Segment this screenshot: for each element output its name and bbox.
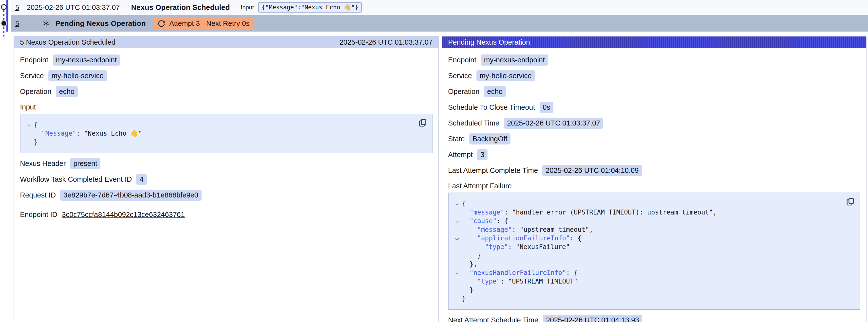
field-value-badge: my-nexus-endpoint <box>481 55 548 66</box>
event-row-nexus-operation-scheduled[interactable]: 5 2025-02-26 UTC 01:03:37.07 Nexus Opera… <box>11 0 868 15</box>
collapse-chevron-icon[interactable] <box>452 271 462 275</box>
field-workflow-task-completed-event-id: Workflow Task Completed Event ID4 <box>20 174 433 185</box>
code-line-content: "type": "UPSTREAM_TIMEOUT" <box>462 277 578 286</box>
field-value-badge: 4 <box>136 174 147 185</box>
field-label: Input <box>20 103 433 111</box>
field-value-badge: 3e829b7e-7d67-4b08-aad3-b1e868bfe9e0 <box>60 190 202 201</box>
event-title: Pending Nexus Operation <box>55 19 146 28</box>
panel-title: 5 Nexus Operation Scheduled <box>20 38 116 46</box>
workflow-history-view: 5 2025-02-26 UTC 01:03:37.07 Nexus Opera… <box>0 0 868 322</box>
field-endpoint-id: Endpoint ID3c0c75ccfa8144b092c13ce632463… <box>20 209 433 220</box>
code-line: { <box>24 121 415 129</box>
field-operation: Operationecho <box>20 86 433 97</box>
json-key: "message" <box>469 208 504 216</box>
field-label: State <box>448 135 465 143</box>
scheduled-panel-fields: Endpointmy-nexus-endpointServicemy-hello… <box>14 48 438 226</box>
copy-button[interactable] <box>846 197 855 207</box>
code-line: "type": "NexusFailure" <box>452 243 842 251</box>
field-value-badge: my-hello-service <box>49 70 107 82</box>
event-id-link[interactable]: 5 <box>15 20 19 28</box>
scheduled-panel-header: 5 Nexus Operation Scheduled 2025-02-26 U… <box>14 36 438 48</box>
json-text: }, <box>469 260 477 268</box>
field-label: Schedule To Close Timeout <box>448 103 535 111</box>
collapse-chevron-icon[interactable] <box>452 219 462 223</box>
code-line-content: "nexusHandlerFailureInfo": { <box>462 268 578 277</box>
json-key: "type" <box>485 243 508 251</box>
event-title: Nexus Operation Scheduled <box>131 3 230 11</box>
json-text: } <box>34 138 38 146</box>
code-line-content: "Message": "Nexus Echo 👋" <box>34 129 142 138</box>
field-value-badge: 3 <box>477 149 488 160</box>
json-text: : { <box>570 234 582 242</box>
collapse-chevron-icon[interactable] <box>24 123 34 127</box>
json-code-block: {"Message": "Nexus Echo 👋"} <box>20 114 433 153</box>
copy-button[interactable] <box>418 119 427 128</box>
retry-icon <box>158 20 165 27</box>
field-nexus-header: Nexus Headerpresent <box>20 158 433 169</box>
json-text: } <box>462 295 466 302</box>
field-state: StateBackingOff <box>448 133 860 144</box>
timeline-open-marker-icon <box>1 4 7 10</box>
code-line-content: "message": "upstream timeout", <box>462 225 593 234</box>
json-key: "nexusHandlerFailureInfo" <box>469 269 566 277</box>
event-timestamp: 2025-02-26 UTC 01:03:37.07 <box>27 3 120 11</box>
field-attempt: Attempt3 <box>448 149 860 160</box>
field-label: Operation <box>20 88 51 96</box>
code-line-content: } <box>462 294 466 303</box>
collapse-chevron-icon[interactable] <box>452 202 462 206</box>
code-line: "applicationFailureInfo": { <box>452 234 842 243</box>
field-schedule-to-close-timeout: Schedule To Close Timeout0s <box>448 102 860 113</box>
code-line-content: } <box>462 286 473 294</box>
json-text: : { <box>566 269 578 277</box>
code-line: "nexusHandlerFailureInfo": { <box>452 268 842 277</box>
code-line: "message": "handler error (UPSTREAM_TIME… <box>452 208 842 217</box>
field-value-badge: BackingOff <box>469 133 510 144</box>
field-value-badge: my-nexus-endpoint <box>53 55 120 66</box>
code-line-content: "applicationFailureInfo": { <box>462 234 582 243</box>
event-id-link[interactable]: 5 <box>15 3 19 11</box>
field-label: Last Attempt Failure <box>448 182 860 190</box>
pending-asterisk-icon <box>42 19 50 28</box>
endpoint-id-link[interactable]: 3c0c75ccfa8144b092c13ce632463761 <box>62 211 185 219</box>
field-service: Servicemy-hello-service <box>448 70 860 82</box>
code-line: "cause": { <box>452 217 842 225</box>
code-line-content: } <box>34 138 38 147</box>
copy-icon <box>418 119 427 127</box>
field-value-badge: echo <box>56 86 78 97</box>
timeline-current-marker-icon <box>1 21 6 26</box>
code-line-content: "cause": { <box>462 217 508 225</box>
field-label: Endpoint <box>20 56 49 64</box>
json-key: "applicationFailureInfo" <box>477 234 570 242</box>
code-line: "type": "UPSTREAM_TIMEOUT" <box>452 277 842 286</box>
json-text: { <box>462 200 466 207</box>
field-input: Input{"Message": "Nexus Echo 👋"} <box>20 103 433 153</box>
field-label: Endpoint <box>448 56 476 64</box>
event-input-chip: {"Message":"Nexus Echo 👋"} <box>258 2 362 12</box>
collapse-chevron-icon[interactable] <box>452 236 462 240</box>
pending-panel-header: Pending Nexus Operation <box>442 36 866 48</box>
event-row-pending-nexus-operation[interactable]: 5 Pending Nexus Operation Attempt 3 · Ne… <box>11 15 868 32</box>
field-operation: Operationecho <box>448 86 860 97</box>
event-detail-panels: 5 Nexus Operation Scheduled 2025-02-26 U… <box>13 36 867 322</box>
code-line-content: "message": "handler error (UPSTREAM_TIME… <box>462 208 717 217</box>
field-scheduled-time: Scheduled Time2025-02-26 UTC 01:03:37.07 <box>448 118 860 129</box>
field-request-id: Request ID3e829b7e-7d67-4b08-aad3-b1e868… <box>20 190 433 201</box>
code-line: "message": "upstream timeout", <box>452 225 842 234</box>
field-label: Request ID <box>20 191 56 199</box>
field-service: Servicemy-hello-service <box>20 70 433 82</box>
json-key: "type" <box>477 278 500 285</box>
field-label: Service <box>448 72 472 80</box>
code-line-content: }, <box>462 260 477 268</box>
scheduled-event-detail-panel: 5 Nexus Operation Scheduled 2025-02-26 U… <box>13 36 439 322</box>
field-value-badge: 2025-02-26 UTC 01:04:13.93 <box>543 315 642 322</box>
field-value-badge: 2025-02-26 UTC 01:04:10.09 <box>542 165 642 176</box>
field-label: Next Attempt Schedule Time <box>448 316 538 322</box>
json-text: : "handler error (UPSTREAM_TIMEOUT): ups… <box>504 208 717 216</box>
field-endpoint: Endpointmy-nexus-endpoint <box>448 55 860 66</box>
code-line-content: "type": "NexusFailure" <box>462 243 570 251</box>
field-label: Endpoint ID <box>20 211 58 219</box>
field-label: Nexus Header <box>20 160 66 168</box>
field-value-badge: 2025-02-26 UTC 01:03:37.07 <box>504 118 603 129</box>
pending-panel-fields: Endpointmy-nexus-endpointServicemy-hello… <box>442 48 866 322</box>
code-line-content: { <box>462 199 466 208</box>
